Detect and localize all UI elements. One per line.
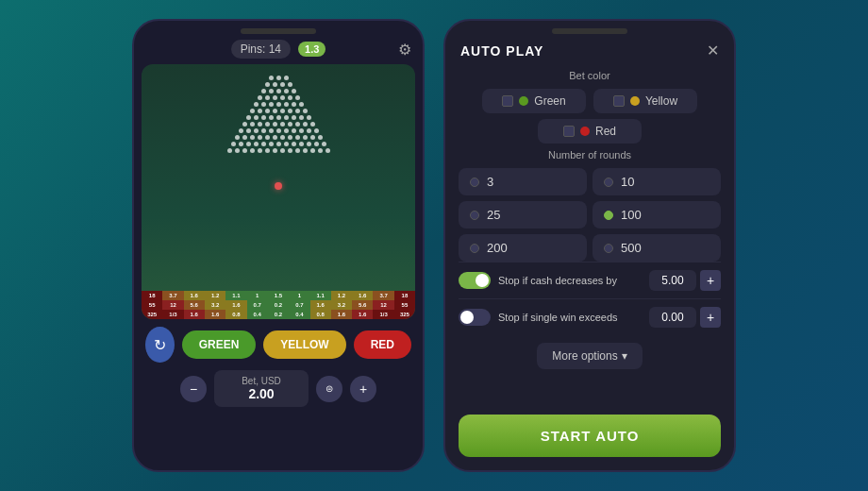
bet-stack-button[interactable]: ⊜ (316, 376, 342, 402)
round-3-value: 3 (487, 175, 493, 189)
bet-label: Bet, USD (233, 376, 290, 386)
ball (275, 182, 282, 190)
pins-label: Pins: 14 (231, 40, 291, 59)
single-win-value-row: 0.00 + (645, 307, 721, 328)
cash-decrease-value[interactable]: 5.00 (649, 270, 696, 291)
green-dot (519, 96, 528, 106)
round-25-value: 25 (487, 208, 500, 222)
panel-title: AUTO PLAY (460, 43, 543, 59)
panel-content: Bet color Green Yellow Red Number of rou… (445, 64, 734, 409)
green-selector (502, 95, 513, 107)
red-name: Red (595, 125, 616, 138)
start-auto-button[interactable]: START AUTO (459, 415, 721, 457)
yellow-button[interactable]: YELLOW (263, 330, 345, 359)
bet-amount-row: − Bet, USD 2.00 ⊜ + (145, 370, 411, 407)
bet-minus-button[interactable]: − (180, 376, 207, 402)
cash-decrease-plus[interactable]: + (700, 270, 721, 291)
color-option-red[interactable]: Red (538, 119, 642, 144)
round-200-value: 200 (487, 241, 508, 255)
round-option-100[interactable]: 100 (593, 201, 721, 229)
single-win-toggle[interactable] (459, 309, 491, 326)
close-button[interactable]: ✕ (707, 43, 719, 59)
round-500-value: 500 (621, 241, 642, 255)
color-option-green[interactable]: Green (482, 89, 586, 113)
more-options-button[interactable]: More options ▾ (537, 343, 642, 369)
right-panel: AUTO PLAY ✕ Bet color Green Yellow Red (443, 19, 736, 472)
red-button[interactable]: RED (354, 330, 411, 359)
yellow-dot (630, 96, 640, 106)
bet-color-label: Bet color (459, 70, 721, 81)
yellow-name: Yellow (645, 94, 677, 108)
single-win-plus[interactable]: + (700, 307, 721, 328)
round-option-500[interactable]: 500 (593, 234, 721, 262)
rounds-grid: 3 10 25 100 200 500 (459, 168, 721, 262)
cash-decrease-knob (476, 274, 489, 287)
round-option-200[interactable]: 200 (459, 234, 587, 262)
game-area: 183.71.61.21.111.511.11.21.63.718 55125.… (142, 64, 415, 319)
cash-decrease-row: Stop if cash decreases by 5.00 + (459, 262, 721, 298)
refresh-button[interactable]: ↻ (145, 327, 175, 363)
radio-100 (604, 211, 613, 220)
single-win-row: Stop if single win exceeds 0.00 + (459, 298, 721, 335)
radio-3 (470, 178, 479, 187)
single-win-label: Stop if single win exceeds (498, 311, 638, 324)
left-phone: Pins: 14 1.3 ⚙ 183.71.61.21.111.511.11.2… (132, 19, 425, 472)
bet-controls: ↻ GREEN YELLOW RED − Bet, USD 2.00 ⊜ + (134, 319, 423, 415)
bet-plus-button[interactable]: + (350, 376, 376, 402)
green-button[interactable]: GREEN (182, 330, 257, 359)
radio-500 (604, 244, 613, 253)
bet-value: 2.00 (233, 386, 290, 401)
game-header: Pins: 14 1.3 ⚙ (134, 34, 423, 64)
more-options-label: More options (552, 349, 617, 363)
bet-color-grid: Green Yellow (459, 89, 721, 113)
red-dot (580, 127, 590, 136)
score-rows: 183.71.61.21.111.511.11.21.63.718 55125.… (142, 291, 415, 319)
bet-display: Bet, USD 2.00 (214, 370, 309, 407)
more-options-icon: ▾ (622, 349, 627, 363)
round-option-10[interactable]: 10 (593, 168, 721, 195)
radio-200 (470, 244, 479, 253)
round-option-3[interactable]: 3 (459, 168, 587, 195)
rounds-label: Number of rounds (459, 149, 721, 161)
single-win-value[interactable]: 0.00 (649, 307, 696, 328)
round-10-value: 10 (621, 175, 634, 189)
single-win-knob (460, 311, 474, 324)
panel-header: AUTO PLAY ✕ (445, 34, 734, 64)
radio-25 (470, 211, 479, 220)
round-option-25[interactable]: 25 (459, 201, 587, 229)
color-option-yellow[interactable]: Yellow (593, 89, 697, 113)
cash-decrease-label: Stop if cash decreases by (498, 274, 638, 287)
yellow-selector (613, 95, 625, 107)
cash-decrease-value-row: 5.00 + (645, 270, 721, 291)
color-buttons: ↻ GREEN YELLOW RED (145, 327, 411, 363)
multiplier-badge: 1.3 (298, 42, 326, 57)
radio-10 (604, 178, 613, 187)
settings-icon[interactable]: ⚙ (398, 41, 411, 59)
cash-decrease-toggle[interactable] (459, 272, 491, 289)
pins-container (142, 64, 415, 153)
bet-color-grid-red: Red (459, 119, 721, 144)
green-name: Green (534, 94, 565, 108)
round-100-value: 100 (621, 208, 642, 222)
red-selector (563, 126, 575, 137)
